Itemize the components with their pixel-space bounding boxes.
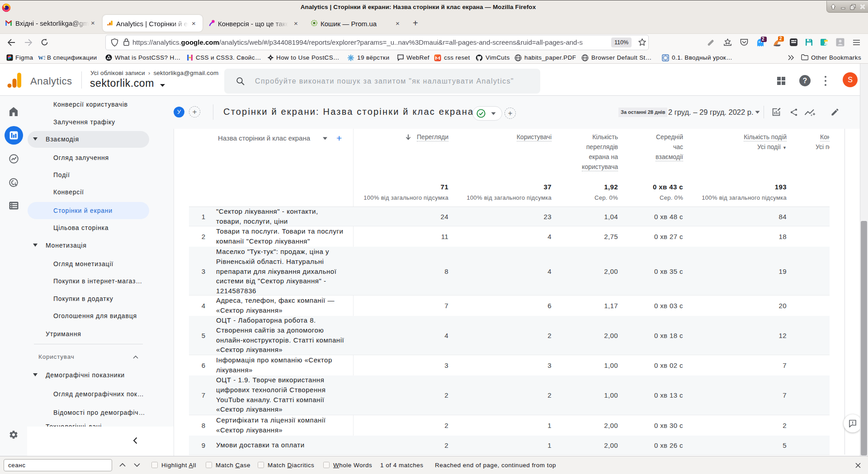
svg-text:W3: W3 <box>38 55 45 61</box>
